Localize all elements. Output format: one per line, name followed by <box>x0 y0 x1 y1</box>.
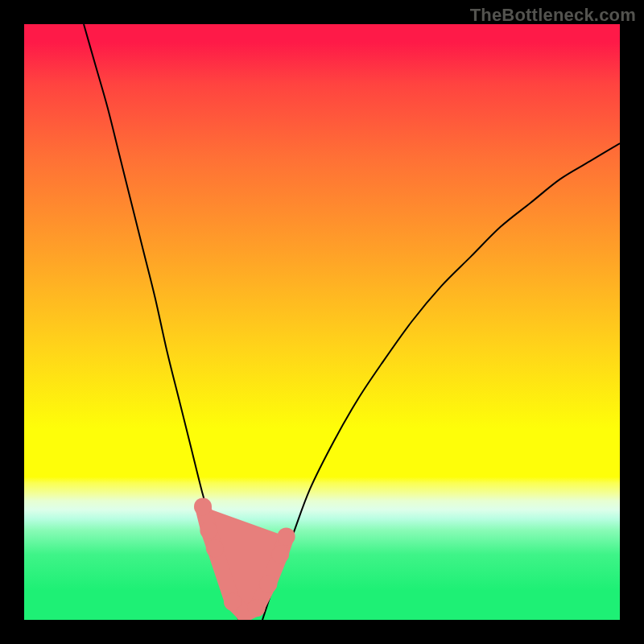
watermark-text: TheBottleneck.com <box>470 5 636 26</box>
plot-gradient-background <box>24 24 620 620</box>
chart-container: TheBottleneck.com <box>0 0 644 644</box>
